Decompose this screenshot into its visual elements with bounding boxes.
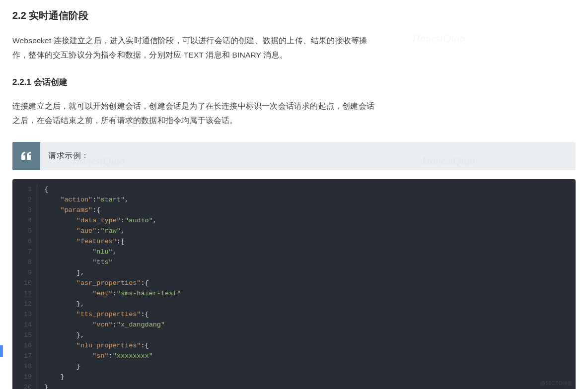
quote-icon bbox=[12, 142, 40, 170]
line-number: 8 bbox=[16, 257, 32, 267]
code-line: "ent":"sms-haier-test" bbox=[44, 288, 181, 299]
line-number: 4 bbox=[16, 215, 32, 226]
code-line: ], bbox=[44, 267, 181, 278]
heading-2-2: 2.2 实时通信阶段 bbox=[12, 9, 576, 22]
code-line: "nlu_properties":{ bbox=[44, 340, 181, 351]
article-content: 2.2 实时通信阶段 Websocket 连接建立之后，进入实时通信阶段，可以进… bbox=[0, 0, 588, 389]
line-number: 14 bbox=[16, 320, 32, 330]
paragraph-session: 连接建立之后，就可以开始创建会话，创建会话是为了在长连接中标识一次会话请求的起点… bbox=[12, 99, 375, 128]
footer-watermark: @51CTO博客 bbox=[540, 380, 573, 387]
code-line: "vcn":"x_dangdang" bbox=[44, 320, 181, 330]
code-line: } bbox=[44, 372, 181, 382]
code-lines: { "action":"start", "params":{ "data_typ… bbox=[37, 184, 181, 389]
heading-2-2-1: 2.2.1 会话创建 bbox=[12, 76, 576, 88]
line-number: 19 bbox=[16, 372, 32, 382]
paragraph-intro: Websocket 连接建立之后，进入实时通信阶段，可以进行会话的创建、数据的上… bbox=[12, 33, 375, 63]
code-line: "aue":"raw", bbox=[44, 226, 181, 236]
line-number: 2 bbox=[16, 194, 32, 205]
line-number: 13 bbox=[16, 309, 32, 320]
line-number: 5 bbox=[16, 226, 32, 236]
line-number: 9 bbox=[16, 267, 32, 278]
line-number: 7 bbox=[16, 247, 32, 257]
line-number: 11 bbox=[16, 288, 32, 299]
code-line: "tts_properties":{ bbox=[44, 309, 181, 320]
code-line: "params":{ bbox=[44, 205, 181, 215]
code-line: "action":"start", bbox=[44, 194, 181, 205]
line-number: 17 bbox=[16, 351, 32, 361]
code-line: } bbox=[44, 382, 181, 389]
code-line: }, bbox=[44, 299, 181, 309]
code-block: 1234567891011121314151617181920 { "actio… bbox=[12, 179, 576, 389]
code-line: "tts" bbox=[44, 257, 181, 267]
code-line: "asr_properties":{ bbox=[44, 278, 181, 288]
line-number: 1 bbox=[16, 184, 32, 194]
line-number: 3 bbox=[16, 205, 32, 215]
code-gutter: 1234567891011121314151617181920 bbox=[12, 184, 37, 389]
code-line: "nlu", bbox=[44, 247, 181, 257]
line-number: 10 bbox=[16, 278, 32, 288]
code-line: { bbox=[44, 184, 181, 194]
code-line: "data_type":"audio", bbox=[44, 215, 181, 226]
code-line: "sn":"xxxxxxxx" bbox=[44, 351, 181, 361]
blockquote-label: 请求示例： bbox=[40, 142, 98, 170]
line-number: 15 bbox=[16, 330, 32, 340]
line-number: 6 bbox=[16, 236, 32, 247]
line-number: 20 bbox=[16, 382, 32, 389]
blockquote-request-example: 请求示例： bbox=[12, 142, 576, 170]
line-number: 16 bbox=[16, 340, 32, 351]
line-number: 12 bbox=[16, 299, 32, 309]
left-accent-bar bbox=[0, 345, 3, 357]
code-line: } bbox=[44, 361, 181, 372]
code-line: "features":[ bbox=[44, 236, 181, 247]
line-number: 18 bbox=[16, 361, 32, 372]
code-line: }, bbox=[44, 330, 181, 340]
